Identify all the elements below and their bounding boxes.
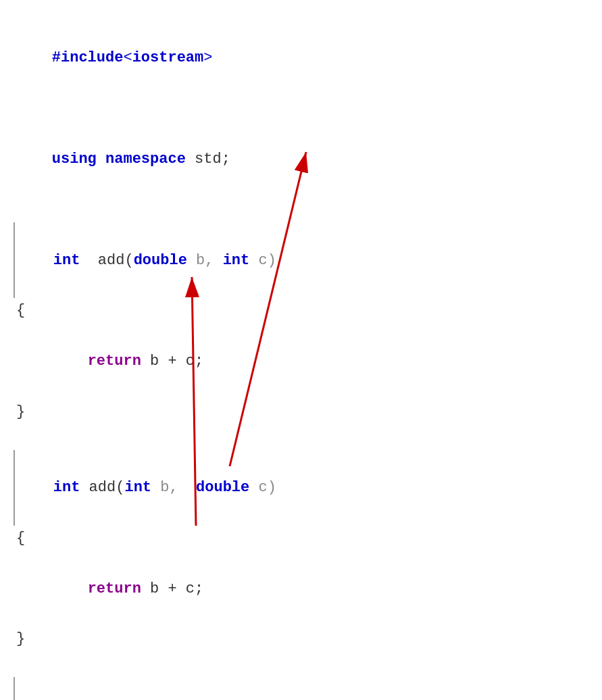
func1-open-brace: { [14,298,588,323]
int-keyword-func1: int [53,252,80,269]
func1-body: return b + c; [14,324,588,399]
int-keyword-func1-param: int [223,252,250,269]
func1-close-brace: } [14,399,588,424]
func2-open-brace: { [14,526,588,551]
empty-line-1 [14,96,588,121]
using-keyword: using [52,151,97,168]
using-namespace-line: using namespace std; [14,122,588,197]
empty-line-2 [14,197,588,222]
preprocessor-keyword: #include [52,49,124,66]
func1-signature: int add(double b, int c) [14,222,588,298]
angle-bracket-open: < [123,49,132,66]
int-keyword-func2-param: int [124,479,151,496]
int-keyword-func2: int [53,479,80,496]
include-line: #include<iostream> [14,20,588,96]
main-signature: int main() [14,677,588,700]
empty-line-3 [14,424,588,449]
func2-close-brace: } [14,626,588,651]
double-keyword-func1: double [134,252,187,269]
double-keyword-func2: double [187,479,249,496]
iostream-text: iostream [132,49,204,66]
namespace-keyword: namespace [105,151,186,168]
return-keyword-func1: return [88,353,141,370]
return-keyword-func2: return [88,580,141,597]
func2-body: return b + c; [14,551,588,626]
code-container: #include<iostream> using namespace std; … [7,14,588,700]
empty-line-4 [14,652,588,677]
func2-signature: int add(int b, double c) [14,450,588,526]
angle-bracket-close: > [203,49,212,66]
